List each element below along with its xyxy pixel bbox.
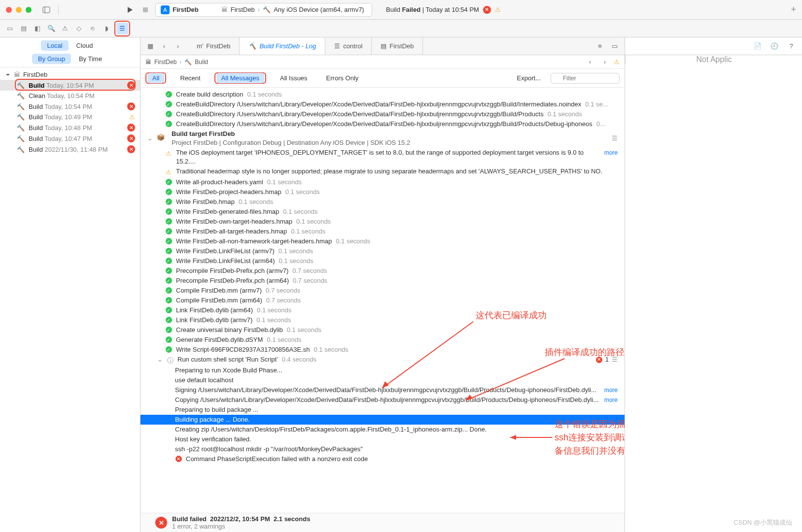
log-row[interactable]: ✓CreateBuildDirectory /Users/witchan/Lib… — [140, 109, 625, 119]
log-row[interactable]: ✓Link FirstDeb.dylib (arm64) 0.1 seconds — [140, 305, 625, 315]
forward-icon[interactable]: › — [172, 40, 184, 52]
jump-warning-icon[interactable]: ⚠ — [614, 58, 620, 66]
log-row[interactable]: ⚠The iOS deployment target 'IPHONEOS_DEP… — [140, 148, 625, 166]
filter-all-issues[interactable]: All Issues — [275, 73, 313, 83]
scheme-selector[interactable]: A FirstDeb 🏛 FirstDeb › 🔨 Any iOS Device… — [155, 3, 372, 17]
folder-nav-icon[interactable]: ▭ — [4, 23, 16, 34]
filter-input[interactable] — [551, 73, 620, 84]
source-control-nav-icon[interactable]: ▤ — [18, 23, 30, 34]
help-inspector-icon[interactable]: ? — [785, 40, 797, 52]
scheme-target: FirstDeb — [231, 6, 255, 13]
build-history-row[interactable]: 🔨Build Today, 10:49 PM⚠ — [0, 112, 140, 122]
breakpoint-nav-icon[interactable]: ◗ — [101, 23, 112, 34]
tab-firstdeb-1[interactable]: m'FirstDeb — [188, 37, 240, 55]
filter-all[interactable]: All — [147, 73, 164, 83]
log-row[interactable]: ✓Precompile FirstDeb-Prefix.pch (arm64) … — [140, 276, 625, 286]
more-link[interactable]: more — [604, 386, 618, 395]
script-output-line[interactable]: Copying /Users/witchan/Library/Developer… — [140, 395, 625, 405]
editor-options-icon[interactable]: ≡ — [594, 40, 606, 52]
project-name: FirstDeb — [23, 71, 47, 78]
filter-errors-only[interactable]: Errors Only — [321, 73, 364, 83]
add-tab-button[interactable]: + — [791, 4, 796, 15]
log-row[interactable]: ✓Write FirstDeb.hmap 0.1 seconds — [140, 197, 625, 207]
error-badge-icon[interactable]: ✕ — [483, 6, 491, 14]
file-inspector-icon[interactable]: 📄 — [752, 40, 764, 52]
project-row[interactable]: 🏛 FirstDeb — [0, 69, 140, 80]
debug-nav-icon[interactable]: ⎋ — [87, 23, 99, 34]
more-link[interactable]: more — [604, 396, 618, 404]
editor-layout-icon[interactable]: ▭ — [609, 40, 621, 52]
log-row[interactable]: ✓Write Script-696F9CD82937A31700856A3E.s… — [140, 345, 625, 355]
script-output-line[interactable]: Preparing to build package ... — [140, 405, 625, 415]
tab-build-log[interactable]: 🔨Build FirstDeb - Log — [240, 37, 325, 55]
list-icon[interactable]: ☰ — [612, 134, 618, 143]
success-icon: ✓ — [166, 91, 172, 98]
script-header[interactable]: ⌄ ⓘ Run custom shell script 'Run Script'… — [140, 355, 625, 366]
log-row[interactable]: ✓Write all-product-headers.yaml 0.1 seco… — [140, 177, 625, 187]
script-output-line[interactable]: Preparing to run Xcode Build Phase... — [140, 366, 625, 375]
success-icon: ✓ — [166, 327, 172, 333]
log-row[interactable]: ✓Write FirstDeb-generated-files.hmap 0.1… — [140, 207, 625, 217]
issue-nav-icon[interactable]: ⚠ — [59, 23, 71, 34]
log-row[interactable]: ✓Write FirstDeb-all-non-framework-target… — [140, 236, 625, 246]
log-row[interactable]: ✓Precompile FirstDeb-Prefix.pch (armv7) … — [140, 266, 625, 276]
log-row[interactable]: ✓Compile FirstDeb.mm (armv7) 0.7 seconds — [140, 286, 625, 296]
symbol-nav-icon[interactable]: ◧ — [32, 23, 43, 34]
related-items-icon[interactable]: ▦ — [144, 40, 156, 52]
filter-cloud[interactable]: Cloud — [70, 40, 99, 51]
close-window-icon[interactable] — [6, 7, 12, 13]
log-row[interactable]: ✓Write FirstDeb-project-headers.hmap 0.1… — [140, 187, 625, 197]
script-output-line[interactable]: use default localhost — [140, 375, 625, 385]
script-output-line[interactable]: Building package ... Done. — [140, 415, 625, 425]
export-button[interactable]: Export... — [512, 73, 546, 83]
filter-all-messages[interactable]: All Messages — [216, 73, 264, 83]
list-icon[interactable]: ☰ — [612, 355, 618, 364]
warning-badge-icon[interactable]: ⚠ — [495, 6, 503, 14]
log-row[interactable]: ✓CreateBuildDirectory /Users/witchan/Lib… — [140, 119, 625, 129]
script-output-line[interactable]: Signing /Users/witchan/Library/Developer… — [140, 385, 625, 395]
history-inspector-icon[interactable]: 🕘 — [768, 40, 780, 52]
more-link[interactable]: more — [604, 148, 618, 157]
log-row[interactable]: ✓Write FirstDeb.LinkFileList (armv7) 0.1… — [140, 246, 625, 256]
filter-local[interactable]: Local — [41, 40, 68, 51]
build-history-row[interactable]: 🔨Build Today, 10:47 PM✕ — [0, 133, 140, 144]
log-row[interactable]: ✓Write FirstDeb-own-target-headers.hmap … — [140, 217, 625, 227]
back-icon[interactable]: ‹ — [158, 40, 170, 52]
sidebar-toggle-icon[interactable] — [40, 4, 52, 16]
log-row[interactable]: ✓Generate FirstDeb.dylib.dSYM 0.1 second… — [140, 335, 625, 345]
build-history-row[interactable]: 🔨Build Today, 10:48 PM✕ — [0, 122, 140, 133]
breadcrumb[interactable]: 🏛FirstDeb › 🔨Build ‹ › ⚠ — [140, 55, 625, 69]
next-issue-icon[interactable]: › — [599, 56, 611, 68]
log-row[interactable]: ✓Compile FirstDeb.mm (arm64) 0.7 seconds — [140, 296, 625, 305]
target-header[interactable]: ⌄ 📦 Build target FirstDeb Project FirstD… — [140, 129, 625, 148]
build-history-row[interactable]: 🔨Build Today, 10:54 PM✕ — [0, 101, 140, 112]
minimize-window-icon[interactable] — [16, 7, 22, 13]
log-row[interactable]: ✓CreateBuildDirectory /Users/witchan/Lib… — [140, 100, 625, 109]
script-output-line[interactable]: Host key verification failed. — [140, 434, 625, 444]
log-row[interactable]: ✓Create build description 0.1 seconds — [140, 90, 625, 100]
build-history-row[interactable]: 🔨Build 2022/11/30, 11:48 PM✕ — [0, 144, 140, 155]
find-nav-icon[interactable]: 🔍 — [45, 23, 57, 34]
script-output-line[interactable]: Creating zip /Users/witchan/Desktop/Firs… — [140, 425, 625, 434]
report-nav-icon[interactable]: ☰ — [116, 23, 128, 34]
test-nav-icon[interactable]: ◇ — [73, 23, 85, 34]
log-row[interactable]: ⚠Traditional headermap style is no longe… — [140, 166, 625, 177]
filter-bytime[interactable]: By Time — [73, 54, 108, 64]
log-row[interactable]: ✓Link FirstDeb.dylib (armv7) 0.1 seconds — [140, 315, 625, 325]
log-row[interactable]: ✓Write FirstDeb.LinkFileList (arm64) 0.1… — [140, 256, 625, 266]
tab-firstdeb-2[interactable]: ▤FirstDeb — [372, 37, 423, 55]
script-error-line[interactable]: ✕Command PhaseScriptExecution failed wit… — [140, 454, 625, 464]
log-row[interactable]: ✓Create universal binary FirstDeb.dylib … — [140, 325, 625, 335]
filter-recent[interactable]: Recent — [175, 73, 205, 83]
build-history-row[interactable]: 🔨Clean Today, 10:54 PM — [0, 91, 140, 101]
build-history-row[interactable]: 🔨Build Today, 10:54 PM✕ — [0, 80, 140, 91]
run-icon[interactable] — [124, 4, 136, 16]
tab-control[interactable]: ☰control — [325, 37, 372, 55]
log-row[interactable]: ✓Write FirstDeb-all-target-headers.hmap … — [140, 227, 625, 236]
zoom-window-icon[interactable] — [26, 7, 32, 13]
info-icon: ⓘ — [167, 356, 174, 365]
stop-icon[interactable] — [139, 4, 151, 16]
filter-bygroup[interactable]: By Group — [32, 54, 71, 64]
prev-issue-icon[interactable]: ‹ — [584, 56, 596, 68]
script-output-line[interactable]: ssh -p22 root@localhost mkdir -p "/var/r… — [140, 444, 625, 454]
